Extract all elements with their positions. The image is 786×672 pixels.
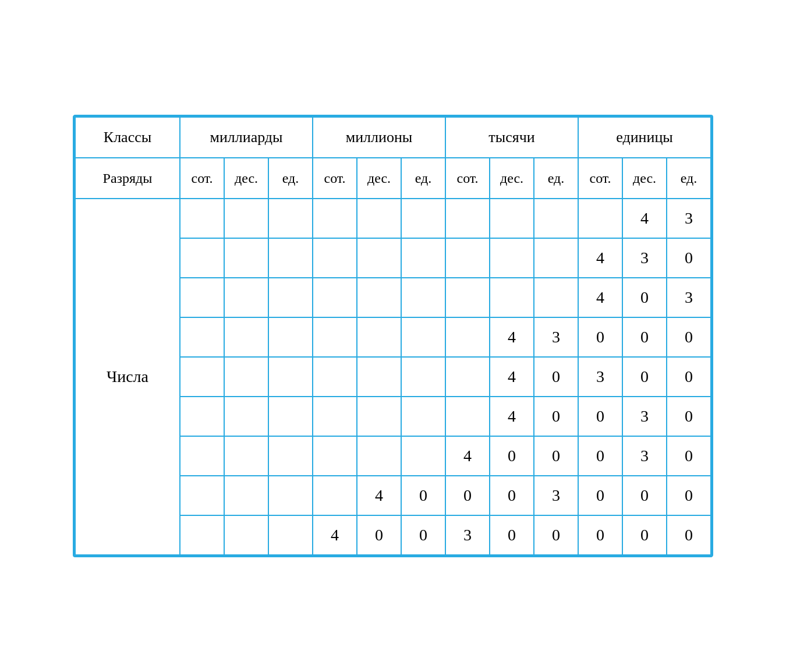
cell-3-0 [180,317,224,357]
cell-8-9: 0 [578,515,622,555]
cell-4-8: 0 [534,357,578,397]
tysyachi-header: тысячи [445,117,578,158]
cell-0-6 [445,199,490,238]
cell-4-3 [313,357,357,397]
cell-0-8 [534,199,578,238]
cell-2-1 [224,278,268,317]
cell-6-9: 0 [578,436,622,476]
cell-3-1 [224,317,268,357]
razryady-label: Разряды [75,158,180,199]
cell-2-9: 4 [578,278,622,317]
cell-6-10: 3 [622,436,667,476]
cell-7-0 [180,476,224,515]
cell-2-10: 0 [622,278,667,317]
col-header-5: ед. [401,158,445,199]
cell-6-7: 0 [490,436,534,476]
cell-5-5 [401,397,445,436]
cell-7-4: 4 [357,476,401,515]
cell-2-2 [268,278,313,317]
cell-5-7: 4 [490,397,534,436]
cell-0-11: 3 [667,199,711,238]
col-header-11: ед. [667,158,711,199]
cell-0-1 [224,199,268,238]
col-header-10: дес. [622,158,667,199]
cell-6-4 [357,436,401,476]
col-header-2: ед. [268,158,313,199]
cell-5-9: 0 [578,397,622,436]
milliard-header: миллиарды [180,117,313,158]
cell-1-5 [401,238,445,278]
cell-6-3 [313,436,357,476]
cell-6-5 [401,436,445,476]
col-header-4: дес. [357,158,401,199]
cell-4-0 [180,357,224,397]
cell-1-7 [490,238,534,278]
cell-3-5 [401,317,445,357]
table-row: Числа 4 3 [75,199,711,238]
cell-3-2 [268,317,313,357]
col-header-1: дес. [224,158,268,199]
cell-5-1 [224,397,268,436]
cell-0-10: 4 [622,199,667,238]
cell-0-7 [490,199,534,238]
cell-7-7: 0 [490,476,534,515]
place-value-table: Классы миллиарды миллионы тысячи единицы… [75,116,711,556]
cell-6-1 [224,436,268,476]
cell-8-4: 0 [357,515,401,555]
col-header-0: сот. [180,158,224,199]
cell-3-3 [313,317,357,357]
cell-4-11: 0 [667,357,711,397]
cell-1-10: 3 [622,238,667,278]
cell-2-4 [357,278,401,317]
cell-3-10: 0 [622,317,667,357]
cell-5-3 [313,397,357,436]
cell-4-10: 0 [622,357,667,397]
cell-7-10: 0 [622,476,667,515]
cell-8-11: 0 [667,515,711,555]
cell-1-11: 0 [667,238,711,278]
cell-5-0 [180,397,224,436]
col-header-7: дес. [490,158,534,199]
cell-3-7: 4 [490,317,534,357]
million-header: миллионы [313,117,445,158]
cell-7-2 [268,476,313,515]
cell-7-9: 0 [578,476,622,515]
cell-2-11: 3 [667,278,711,317]
cell-2-0 [180,278,224,317]
cell-5-4 [357,397,401,436]
cell-1-3 [313,238,357,278]
cell-0-3 [313,199,357,238]
cell-8-8: 0 [534,515,578,555]
cell-7-11: 0 [667,476,711,515]
cell-2-3 [313,278,357,317]
cell-1-0 [180,238,224,278]
cell-3-6 [445,317,490,357]
col-header-9: сот. [578,158,622,199]
cell-3-8: 3 [534,317,578,357]
cell-0-5 [401,199,445,238]
cell-7-3 [313,476,357,515]
klassy-header: Классы [75,117,180,158]
cell-8-0 [180,515,224,555]
cell-8-6: 3 [445,515,490,555]
cell-8-10: 0 [622,515,667,555]
cell-2-5 [401,278,445,317]
cell-6-0 [180,436,224,476]
cell-4-2 [268,357,313,397]
cell-1-9: 4 [578,238,622,278]
cell-1-2 [268,238,313,278]
cell-7-6: 0 [445,476,490,515]
cell-6-8: 0 [534,436,578,476]
cell-5-10: 3 [622,397,667,436]
col-header-6: сот. [445,158,490,199]
cell-5-6 [445,397,490,436]
cell-8-1 [224,515,268,555]
cell-0-0 [180,199,224,238]
main-table-wrapper: Классы миллиарды миллионы тысячи единицы… [73,115,713,557]
subheader-row: Разряды сот. дес. ед. сот. дес. ед. сот.… [75,158,711,199]
cell-0-2 [268,199,313,238]
col-header-3: сот. [313,158,357,199]
cell-1-8 [534,238,578,278]
cell-5-2 [268,397,313,436]
cell-8-7: 0 [490,515,534,555]
